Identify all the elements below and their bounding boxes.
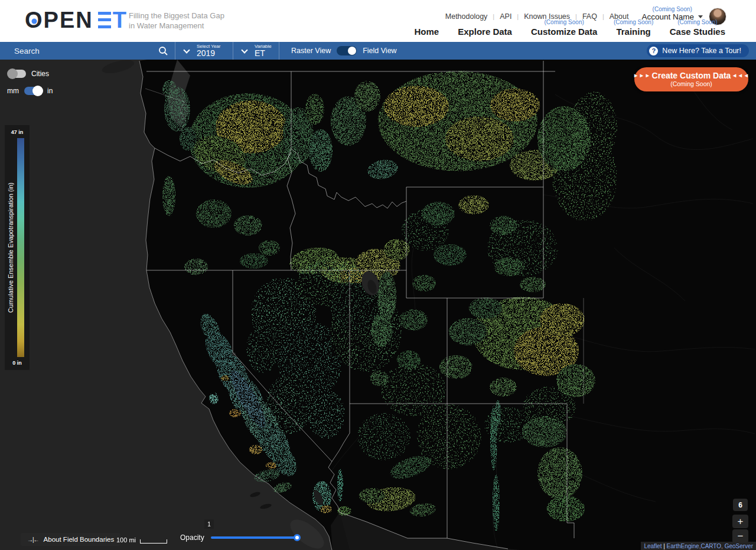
nav-api[interactable]: API [500, 12, 511, 21]
account-coming-soon: (Coming Soon) [653, 6, 692, 12]
raster-view-label: Raster View [291, 47, 331, 55]
opacity-value-tooltip: 1 [204, 519, 214, 529]
nav-faq[interactable]: FAQ [582, 12, 597, 21]
zoom-level-badge[interactable]: 6 [733, 499, 748, 511]
units-toggle[interactable] [24, 87, 42, 95]
legend-colorbar [17, 138, 24, 357]
scale-bar [140, 539, 167, 544]
arrows-left-icon: ◂ ◂ ◂ [733, 72, 748, 78]
coming-soon-badge: (Coming Soon) [614, 19, 653, 25]
opacity-label: Opacity [180, 533, 204, 542]
tagline: Filling the Biggest Data Gap in Water Ma… [129, 11, 224, 31]
create-custom-data-button[interactable]: ▸ ▸ ▸ Create Custom Data ◂ ◂ ◂ (Coming S… [634, 67, 748, 91]
coming-soon-badge: (Coming Soon) [677, 19, 717, 25]
units-mm-label: mm [7, 87, 19, 95]
chevron-down-icon [183, 47, 190, 53]
logo-letters-pen: PEN [44, 8, 93, 32]
variable-select-label: Variable [255, 44, 272, 49]
chevron-down-icon [241, 47, 247, 53]
scale-label: 100 mi [116, 536, 136, 544]
cities-toggle[interactable] [8, 70, 26, 78]
map-canvas[interactable] [0, 60, 756, 550]
view-toggle-group: Raster View Field View [279, 46, 397, 55]
opacity-slider[interactable] [211, 536, 298, 539]
collapse-arrows-icon: →|← [27, 536, 39, 543]
search-input[interactable] [14, 47, 158, 55]
nav-methodology[interactable]: Methodology [445, 12, 488, 21]
main-nav: Home Explore Data (Coming Soon)Customize… [415, 27, 725, 37]
logo-letter-o: O [25, 8, 44, 32]
cities-toggle-row: Cities [8, 70, 49, 78]
cities-toggle-label: Cities [31, 70, 49, 78]
search-icon[interactable] [158, 46, 168, 55]
openet-logo[interactable]: OPEN T [25, 7, 126, 32]
units-toggle-row: mm in [7, 87, 53, 95]
map-scale: 100 mi [116, 536, 167, 544]
variable-select[interactable]: Variable ET [233, 42, 279, 60]
year-select-value: 2019 [197, 49, 220, 58]
search-box [0, 42, 175, 60]
chevron-down-icon [698, 15, 703, 18]
create-custom-coming-soon: (Coming Soon) [634, 80, 748, 87]
legend-panel: 47 in 0 in Cumulative Ensemble Evapotran… [5, 125, 30, 370]
arrows-right-icon: ▸ ▸ ▸ [634, 72, 650, 78]
nav-explore-data[interactable]: Explore Data [458, 27, 512, 37]
question-icon: ? [649, 47, 658, 55]
units-in-label: in [47, 87, 53, 95]
raster-field-toggle[interactable] [337, 46, 357, 55]
attribution-earthengine-link[interactable]: EarthEngine [667, 543, 699, 549]
map-toolbar: Select Year 2019 Variable ET Raster View… [0, 42, 756, 60]
map-container: Cities mm in 47 in 0 in Cumulative Ensem… [0, 60, 756, 550]
year-select[interactable]: Select Year 2019 [175, 42, 233, 60]
app-header: OPEN T Filling the Biggest Data Gap in W… [0, 0, 756, 42]
nav-home[interactable]: Home [415, 27, 439, 37]
attribution-carto-link[interactable]: CARTO [700, 543, 721, 549]
nav-training[interactable]: (Coming Soon)Training [616, 27, 650, 37]
take-tour-button[interactable]: ? New Here? Take a Tour! [647, 44, 749, 57]
map-attribution: Leaflet | EarthEngine,CARTO, GeoServer [641, 542, 756, 550]
attribution-leaflet-link[interactable]: Leaflet [644, 543, 662, 549]
legend-title: Cumulative Ensemble Evapotranspiration (… [6, 125, 15, 370]
coming-soon-badge: (Coming Soon) [545, 19, 584, 25]
logo-e-bars-icon [98, 12, 111, 28]
field-view-label: Field View [363, 47, 396, 55]
opacity-control: Opacity [180, 533, 298, 542]
logo-letter-t: T [113, 8, 126, 32]
year-select-label: Select Year [197, 44, 220, 49]
zoom-in-button[interactable]: + [732, 515, 748, 528]
variable-select-value: ET [255, 49, 272, 58]
nav-case-studies[interactable]: (Coming Soon)Case Studies [670, 27, 725, 37]
opacity-slider-knob[interactable] [294, 534, 301, 541]
attribution-geoserver-link[interactable]: GeoServer [725, 543, 753, 549]
about-field-boundaries-button[interactable]: →|← About Field Boundaries [21, 533, 120, 546]
nav-customize-data[interactable]: (Coming Soon)Customize Data [531, 27, 598, 37]
zoom-out-button[interactable]: − [732, 529, 748, 543]
